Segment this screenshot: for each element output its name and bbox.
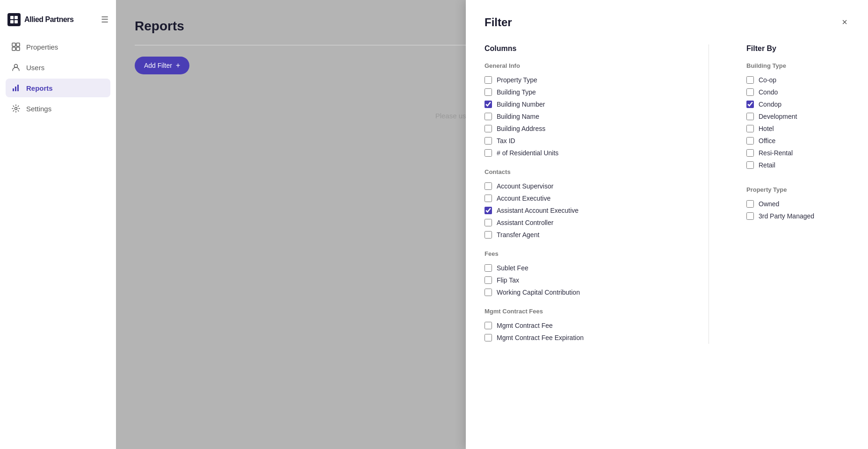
col-transfer-agent-label[interactable]: Transfer Agent xyxy=(497,231,539,239)
filter-columns: Columns General Info Property Type Build… xyxy=(485,44,849,344)
col-mgmt-fee-expiration-label[interactable]: Mgmt Contract Fee Expiration xyxy=(497,334,584,341)
col-assistant-account-executive-label[interactable]: Assistant Account Executive xyxy=(497,207,579,214)
col-assistant-controller-checkbox[interactable] xyxy=(485,219,492,226)
col-assistant-controller: Assistant Controller xyxy=(485,217,671,229)
col-property-type-label[interactable]: Property Type xyxy=(497,76,537,84)
col-residential-units-checkbox[interactable] xyxy=(485,149,492,157)
filter-office: Office xyxy=(746,135,849,147)
filter-hotel: Hotel xyxy=(746,123,849,135)
col-building-type-checkbox[interactable] xyxy=(485,88,492,96)
filter-hotel-checkbox[interactable] xyxy=(746,125,754,132)
filter-condo-label[interactable]: Condo xyxy=(759,88,778,96)
filter-by-title: Filter By xyxy=(746,44,849,53)
col-mgmt-contract-fee-checkbox[interactable] xyxy=(485,322,492,329)
svg-rect-7 xyxy=(16,47,20,51)
col-sublet-fee: Sublet Fee xyxy=(485,262,671,274)
filter-development-label[interactable]: Development xyxy=(759,113,797,120)
col-account-supervisor-checkbox[interactable] xyxy=(485,182,492,190)
col-transfer-agent-checkbox[interactable] xyxy=(485,231,492,239)
col-assistant-account-executive-checkbox[interactable] xyxy=(485,207,492,214)
filter-resi-rental-checkbox[interactable] xyxy=(746,149,754,157)
col-account-executive-label[interactable]: Account Executive xyxy=(497,195,550,202)
col-building-type-label[interactable]: Building Type xyxy=(497,88,536,96)
logo-icon xyxy=(7,13,21,26)
add-icon: + xyxy=(176,61,180,70)
filter-condo-checkbox[interactable] xyxy=(746,88,754,96)
svg-point-12 xyxy=(15,108,17,110)
filter-office-checkbox[interactable] xyxy=(746,137,754,145)
filter-resi-rental: Resi-Rental xyxy=(746,147,849,159)
col-mgmt-contract-fee-label[interactable]: Mgmt Contract Fee xyxy=(497,322,553,329)
filter-3rd-party-label[interactable]: 3rd Party Managed xyxy=(759,212,814,220)
sidebar-item-users[interactable]: Users xyxy=(6,58,110,77)
filter-coop-label[interactable]: Co-op xyxy=(759,76,776,84)
col-building-number-label[interactable]: Building Number xyxy=(497,101,545,108)
col-property-type: Property Type xyxy=(485,74,671,86)
col-sublet-fee-label[interactable]: Sublet Fee xyxy=(497,264,528,272)
col-building-number-checkbox[interactable] xyxy=(485,101,492,108)
svg-rect-4 xyxy=(12,43,15,46)
filter-coop-checkbox[interactable] xyxy=(746,76,754,84)
sidebar-label-users: Users xyxy=(26,64,44,72)
filter-development: Development xyxy=(746,110,849,123)
filter-condop: Condop xyxy=(746,98,849,110)
col-tax-id-checkbox[interactable] xyxy=(485,137,492,145)
add-filter-button[interactable]: Add Filter + xyxy=(135,57,189,74)
close-button[interactable]: × xyxy=(840,15,849,29)
filter-title: Filter xyxy=(485,16,512,29)
mgmt-fees-label: Mgmt Contract Fees xyxy=(485,308,671,315)
col-flip-tax-label[interactable]: Flip Tax xyxy=(497,276,519,284)
filter-condop-checkbox[interactable] xyxy=(746,101,754,108)
filter-retail: Retail xyxy=(746,159,849,171)
col-tax-id-label[interactable]: Tax ID xyxy=(497,137,515,145)
col-mgmt-fee-expiration-checkbox[interactable] xyxy=(485,334,492,341)
menu-icon[interactable]: ☰ xyxy=(101,14,108,25)
col-account-executive: Account Executive xyxy=(485,192,671,204)
filter-owned: Owned xyxy=(746,198,849,210)
col-flip-tax-checkbox[interactable] xyxy=(485,276,492,284)
col-account-supervisor: Account Supervisor xyxy=(485,180,671,192)
col-assistant-controller-label[interactable]: Assistant Controller xyxy=(497,219,553,226)
svg-rect-6 xyxy=(12,47,15,51)
col-flip-tax: Flip Tax xyxy=(485,274,671,286)
svg-rect-5 xyxy=(16,43,20,46)
col-residential-units-label[interactable]: # of Residential Units xyxy=(497,149,558,157)
col-building-type: Building Type xyxy=(485,86,671,98)
columns-section: Columns General Info Property Type Build… xyxy=(485,44,671,344)
filter-condop-label[interactable]: Condop xyxy=(759,101,781,108)
col-building-address: Building Address xyxy=(485,123,671,135)
filter-resi-rental-label[interactable]: Resi-Rental xyxy=(759,149,793,157)
filter-3rd-party-checkbox[interactable] xyxy=(746,212,754,220)
fees-label: Fees xyxy=(485,250,671,257)
col-property-type-checkbox[interactable] xyxy=(485,76,492,84)
sidebar-item-settings[interactable]: Settings xyxy=(6,99,110,118)
col-working-capital-label[interactable]: Working Capital Contribution xyxy=(497,289,580,296)
col-transfer-agent: Transfer Agent xyxy=(485,229,671,241)
sidebar-item-reports[interactable]: Reports xyxy=(6,79,110,97)
col-building-name-checkbox[interactable] xyxy=(485,113,492,120)
svg-rect-2 xyxy=(10,20,14,23)
col-account-supervisor-label[interactable]: Account Supervisor xyxy=(497,182,553,190)
filter-retail-label[interactable]: Retail xyxy=(759,161,775,169)
panel-divider xyxy=(709,44,709,344)
filter-hotel-label[interactable]: Hotel xyxy=(759,125,774,132)
filter-by-section: Filter By Building Type Co-op Condo Cond… xyxy=(746,44,849,344)
col-working-capital-checkbox[interactable] xyxy=(485,289,492,296)
col-sublet-fee-checkbox[interactable] xyxy=(485,264,492,272)
col-building-name-label[interactable]: Building Name xyxy=(497,113,539,120)
filter-owned-checkbox[interactable] xyxy=(746,200,754,208)
main-content: Reports Add Filter + Please use filters … xyxy=(116,0,868,449)
col-tax-id: Tax ID xyxy=(485,135,671,147)
filter-coop: Co-op xyxy=(746,74,849,86)
svg-rect-1 xyxy=(14,16,18,19)
filter-retail-checkbox[interactable] xyxy=(746,161,754,169)
col-assistant-account-executive: Assistant Account Executive xyxy=(485,204,671,217)
sidebar-item-properties[interactable]: Properties xyxy=(6,37,110,56)
filter-office-label[interactable]: Office xyxy=(759,137,775,145)
col-building-address-checkbox[interactable] xyxy=(485,125,492,132)
filter-header: Filter × xyxy=(485,15,849,29)
filter-development-checkbox[interactable] xyxy=(746,113,754,120)
col-building-address-label[interactable]: Building Address xyxy=(497,125,545,132)
filter-owned-label[interactable]: Owned xyxy=(759,200,779,208)
col-account-executive-checkbox[interactable] xyxy=(485,195,492,202)
